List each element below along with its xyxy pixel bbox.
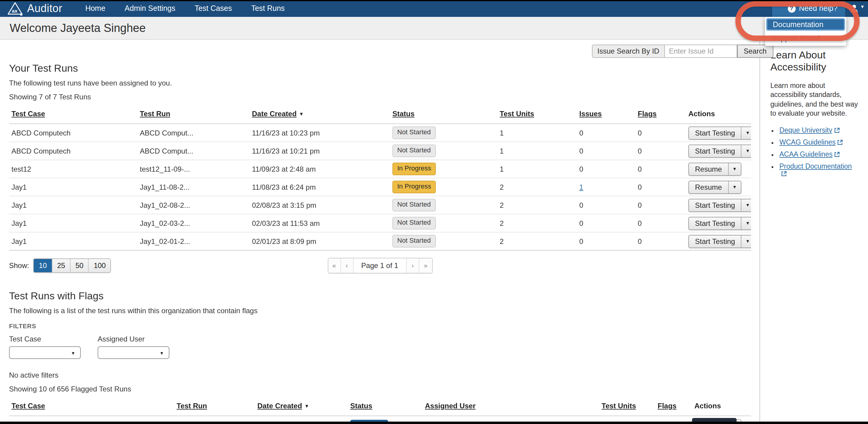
caret-down-icon: ▾ [861,4,864,10]
sort-status[interactable]: Status [350,402,372,410]
page-size-25[interactable]: 25 [52,259,70,272]
caret-down-icon: ▼ [159,351,164,356]
link-product-documentation[interactable]: Product Documentation [779,163,852,170]
table-row: test12 test12_11-09-... 11/09/23 at 2:48… [9,160,751,178]
sort-date-created[interactable]: Date Created [252,109,297,118]
sort-date-created[interactable]: Date Created [257,402,302,410]
window-top-edge [0,0,868,1]
status-badge: Not Started [393,127,435,139]
sort-test-run[interactable]: Test Run [177,402,207,410]
issue-search-group: Issue Search By ID Search [592,44,773,58]
link-deque-university[interactable]: Deque University [779,127,832,134]
action-button[interactable]: Resume▼ [688,181,741,194]
sort-flags[interactable]: Flags [658,402,677,410]
flags-cell: 0 [635,178,686,196]
show-label: Show: [9,261,29,270]
action-button[interactable]: Resume▼ [688,162,741,175]
action-label: Start Testing [689,127,741,139]
sort-flags[interactable]: Flags [638,109,657,118]
sort-test-units[interactable]: Test Units [601,402,636,410]
brand-home-link[interactable]: ax Auditor [7,1,62,15]
sort-test-case[interactable]: Test Case [11,109,45,118]
nav-item-test-runs[interactable]: Test Runs [251,4,284,13]
caret-down-icon[interactable]: ▼ [741,145,751,157]
menu-item-documentation[interactable]: Documentation [766,18,845,31]
caret-down-icon[interactable]: ▼ [741,127,751,139]
your-test-runs-title: Your Test Runs [9,63,751,75]
flags-cell: 0 [635,142,686,160]
window-bottom-edge [0,422,868,424]
issues-cell: 0 [577,196,635,214]
test-run-cell: test12_11-09-... [137,160,250,178]
action-button[interactable]: Start Testing▼ [688,126,751,139]
status-badge: In Progress [393,181,436,193]
test-case-cell: ABCD Computech [9,142,137,160]
sidebar-description: Learn more about accessibility standards… [770,81,858,119]
sort-status[interactable]: Status [393,109,414,118]
page-size-50[interactable]: 50 [70,259,88,272]
need-help-button[interactable]: ? Need help? [772,0,845,17]
assigned-user-filter-label: Assigned User [98,335,169,343]
sort-issues[interactable]: Issues [579,109,602,118]
sort-desc-icon: ▼ [304,403,309,409]
status-badge: Not Started [393,217,435,229]
test-run-cell: ABCD Comput... [137,142,250,160]
sort-desc-icon: ▼ [299,111,304,117]
learn-sidebar: Learn About Accessibility Learn more abo… [760,40,868,424]
auditor-app: ax Auditor Home Admin Settings Test Case… [0,0,868,424]
action-button[interactable]: Start Testing▼ [688,235,751,248]
action-button[interactable]: Start Testing▼ [688,144,751,158]
issues-cell: 0 [577,232,635,250]
test-run-cell: Jay1_02-08-2... [137,196,250,214]
table-row: Jay1 Jay1_02-08-2... 02/08/23 at 3:15 pm… [9,196,751,214]
page-size-100[interactable]: 100 [88,259,111,272]
nav-item-test-cases[interactable]: Test Cases [195,4,232,13]
brand-name: Auditor [27,2,62,15]
prev-page-button[interactable]: ‹ [341,258,353,273]
caret-down-icon[interactable]: ▼ [741,235,751,247]
nav-item-admin-settings[interactable]: Admin Settings [125,4,176,13]
user-menu-button[interactable]: ▾ [845,0,868,17]
test-case-cell: Jay1 [9,214,137,232]
action-label: Start Testing [689,235,741,247]
status-badge: Not Started [393,235,435,248]
table-row: ABCD Computech ABCD Comput... 11/16/23 a… [9,142,751,160]
menu-item-support-portal[interactable]: Support Portal [766,32,845,44]
test-units-cell: 1 [497,124,577,142]
action-button[interactable]: Start Testing▼ [688,198,751,212]
flags-cell: 0 [635,160,686,178]
caret-down-icon[interactable]: ▼ [741,199,751,211]
next-page-button[interactable]: › [407,258,419,273]
action-label: Start Testing [689,217,741,229]
test-case-filter-select[interactable]: ▼ [9,346,81,359]
assigned-user-filter: Assigned User ▼ [98,335,169,359]
flags-cell: 0 [635,214,686,232]
date-created-cell: 11/16/23 at 10:23 pm [250,124,390,142]
action-button[interactable]: Start Testing▼ [688,217,751,230]
caret-down-icon[interactable]: ▼ [741,217,751,229]
status-badge: In Progress [393,163,436,175]
issue-search-input[interactable] [664,44,737,58]
page-size-10[interactable]: 10 [34,259,52,272]
top-navbar: ax Auditor Home Admin Settings Test Case… [0,0,868,17]
list-item: WCAG Guidelines [779,138,858,146]
issue-search-button[interactable]: Search [737,44,773,58]
question-circle-icon: ? [787,4,795,12]
sort-test-run[interactable]: Test Run [140,109,170,118]
link-acaa-guidelines[interactable]: ACAA Guidelines [779,151,832,158]
caret-down-icon[interactable]: ▼ [728,181,741,193]
test-case-filter-label: Test Case [9,335,81,343]
sort-test-case[interactable]: Test Case [11,402,45,410]
link-wcag-guidelines[interactable]: WCAG Guidelines [779,138,836,146]
status-badge: Not Started [393,199,435,211]
sort-assigned-user[interactable]: Assigned User [425,402,475,410]
user-icon [849,4,860,13]
sort-test-units[interactable]: Test Units [500,109,534,118]
nav-item-home[interactable]: Home [85,4,105,13]
assigned-user-filter-select[interactable]: ▼ [98,346,169,359]
first-page-button[interactable]: « [328,258,341,273]
caret-down-icon[interactable]: ▼ [728,163,741,175]
last-page-button[interactable]: » [419,258,432,273]
issues-link[interactable]: 1 [579,183,583,191]
date-created-cell: 11/08/23 at 6:24 pm [250,178,390,196]
